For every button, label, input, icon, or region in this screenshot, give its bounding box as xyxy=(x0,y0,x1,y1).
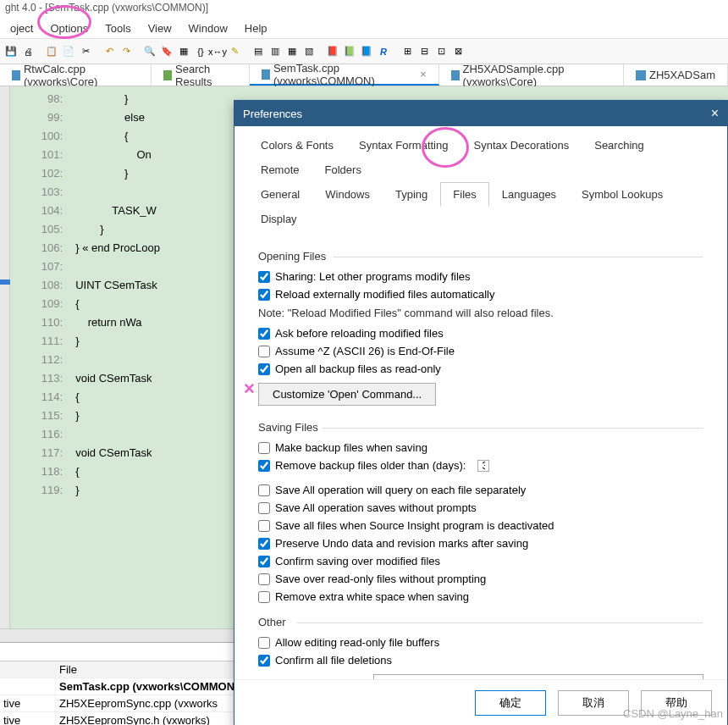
label: Remove backup files older than (days): xyxy=(275,459,466,472)
window4-icon[interactable]: ▧ xyxy=(301,44,317,59)
dialog-titlebar: Preferences × xyxy=(234,101,727,126)
replace-icon[interactable]: x↔y xyxy=(210,44,225,59)
menu-options[interactable]: Options xyxy=(41,20,97,36)
checkbox-save-readonly[interactable] xyxy=(258,573,270,585)
label: Open all backup files as read-only xyxy=(275,362,441,375)
window3-icon[interactable]: ▦ xyxy=(284,44,300,59)
checkbox-remove-whitespace[interactable] xyxy=(258,591,270,603)
tab-zh5xadsample[interactable]: ZH5XADSample.cpp (vxworks\Core) xyxy=(439,64,624,86)
checkbox-confirm-delete[interactable] xyxy=(258,655,270,667)
close-icon[interactable]: × xyxy=(711,106,719,121)
redo-icon[interactable]: ↷ xyxy=(119,44,134,59)
tab-languages[interactable]: Languages xyxy=(489,182,569,207)
close-icon[interactable]: × xyxy=(420,68,427,80)
line-number: 113 xyxy=(10,369,69,388)
checkbox-preserve-undo[interactable] xyxy=(258,538,270,550)
tab-rtwcalc[interactable]: RtwCalc.cpp (vxworks\Core) xyxy=(0,64,152,86)
label: Confirm saving over modified files xyxy=(275,555,440,567)
label: Confirm all file deletions xyxy=(275,654,392,667)
group-saving-files: Saving Files xyxy=(258,421,703,434)
dialog-title: Preferences xyxy=(243,108,302,120)
checkbox-remove-older[interactable] xyxy=(258,460,270,472)
window-title: ght 4.0 - [SemTask.cpp (vxworks\COMMON)] xyxy=(0,0,728,19)
line-number: 111 xyxy=(10,332,69,351)
symbol-icon[interactable]: {} xyxy=(193,44,208,59)
checkbox-confirm-modified[interactable] xyxy=(258,556,270,567)
label: Allow editing read-only file buffers xyxy=(275,636,439,649)
tab-folders[interactable]: Folders xyxy=(312,158,374,182)
note-reload: Note: "Reload Modified Files" command wi… xyxy=(258,303,703,324)
book3-icon[interactable]: 📘 xyxy=(359,44,374,59)
checkbox-save-all-query[interactable] xyxy=(258,484,270,496)
code-text: } xyxy=(69,164,128,183)
menu-tools[interactable]: Tools xyxy=(97,20,139,36)
layout1-icon[interactable]: ⊞ xyxy=(400,44,415,59)
cancel-button[interactable]: 取消 xyxy=(558,690,629,716)
line-number: 115 xyxy=(10,407,69,425)
label: Save over read-only files without prompt… xyxy=(275,573,486,585)
book1-icon[interactable]: 📕 xyxy=(325,44,340,59)
line-number: 109 xyxy=(10,295,69,313)
dialog-tabs: Colors & Fonts Syntax Formatting Syntax … xyxy=(234,126,727,231)
nav-icon[interactable]: ▦ xyxy=(176,44,191,59)
copy-icon[interactable]: 📋 xyxy=(44,44,59,59)
checkbox-assume-eof[interactable] xyxy=(258,346,270,357)
checkbox-reload-auto[interactable] xyxy=(258,289,270,301)
undo-icon[interactable]: ↶ xyxy=(102,44,117,59)
line-number: 118 xyxy=(10,462,69,481)
code-text: On xyxy=(69,146,152,164)
bookmark-icon[interactable]: 🔖 xyxy=(159,44,174,59)
code-text: } xyxy=(69,90,128,108)
menu-help[interactable]: Help xyxy=(236,20,276,36)
customize-open-button[interactable]: Customize 'Open' Command... xyxy=(258,383,436,406)
checkbox-allow-edit-ro[interactable] xyxy=(258,637,270,649)
search-icon xyxy=(163,70,172,80)
tab-symbol-lookups[interactable]: Symbol Lookups xyxy=(569,182,676,207)
tab-search-results[interactable]: Search Results xyxy=(152,64,250,86)
tab-zh5xadsam2[interactable]: ZH5XADSam xyxy=(624,64,728,86)
checkbox-save-all-noprompt[interactable] xyxy=(258,502,270,514)
checkbox-make-backup[interactable] xyxy=(258,442,270,454)
tab-syntax-formatting[interactable]: Syntax Formatting xyxy=(346,133,461,158)
tab-colors-fonts[interactable]: Colors & Fonts xyxy=(248,133,346,158)
highlight-icon[interactable]: ✎ xyxy=(227,44,242,59)
tab-semtask[interactable]: SemTask.cpp (vxworks\COMMON)× xyxy=(250,64,439,86)
tab-display[interactable]: Display xyxy=(248,207,310,231)
tab-windows[interactable]: Windows xyxy=(312,182,383,207)
refresh-icon[interactable]: R xyxy=(376,44,391,59)
layout4-icon[interactable]: ⊠ xyxy=(450,44,466,59)
label: Save All operation will query on each fi… xyxy=(275,484,526,496)
book2-icon[interactable]: 📗 xyxy=(342,44,357,59)
code-text: { xyxy=(69,462,80,481)
tab-general[interactable]: General xyxy=(248,182,312,207)
checkbox-open-backup-ro[interactable] xyxy=(258,363,270,375)
save-icon[interactable]: 💾 xyxy=(3,44,19,59)
file-icon xyxy=(12,70,20,80)
menu-view[interactable]: View xyxy=(140,20,180,36)
tab-files[interactable]: Files xyxy=(440,182,488,207)
tab-searching[interactable]: Searching xyxy=(582,133,657,158)
print-icon[interactable]: 🖨 xyxy=(20,44,36,59)
file-icon xyxy=(636,70,646,80)
window1-icon[interactable]: ▤ xyxy=(251,44,266,59)
menu-window[interactable]: Window xyxy=(180,20,236,36)
ok-button[interactable]: 确定 xyxy=(475,690,546,716)
layout3-icon[interactable]: ⊡ xyxy=(433,44,449,59)
code-text: } xyxy=(69,481,80,500)
tab-remote[interactable]: Remote xyxy=(248,158,312,182)
toolbar: 💾 🖨 📋 📄 ✂ ↶ ↷ 🔍 🔖 ▦ {} x↔y ✎ ▤ ▥ ▦ ▧ 📕 📗… xyxy=(0,39,728,64)
code-text: } xyxy=(69,220,103,239)
cut-icon[interactable]: ✂ xyxy=(78,44,93,59)
checkbox-sharing[interactable] xyxy=(258,271,270,283)
layout2-icon[interactable]: ⊟ xyxy=(416,44,432,59)
window2-icon[interactable]: ▥ xyxy=(267,44,283,59)
tab-typing[interactable]: Typing xyxy=(383,182,440,207)
checkbox-ask-reload[interactable] xyxy=(258,328,270,340)
menu-project[interactable]: oject xyxy=(2,20,41,36)
paste-icon[interactable]: 📄 xyxy=(61,44,76,59)
line-number: 103 xyxy=(10,183,69,202)
checkbox-save-deactivated[interactable] xyxy=(258,520,270,532)
find-icon[interactable]: 🔍 xyxy=(142,44,157,59)
tab-syntax-decorations[interactable]: Syntax Decorations xyxy=(461,133,582,158)
days-input[interactable] xyxy=(477,460,489,472)
